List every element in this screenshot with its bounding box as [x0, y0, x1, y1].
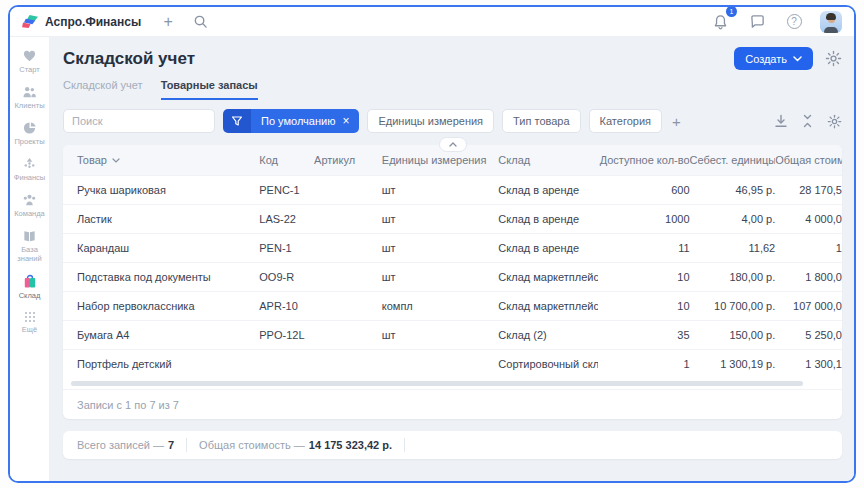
help-icon: ? [787, 14, 802, 29]
horizontal-scrollbar-thumb[interactable] [71, 381, 803, 386]
add-button[interactable]: + [157, 11, 179, 33]
filter-chip-close-icon[interactable]: × [342, 115, 349, 127]
default-filter-chip[interactable]: По умолчанию × [223, 109, 359, 133]
avatar-hair [826, 13, 836, 20]
cell-unit: шт [382, 213, 499, 225]
cell-total: 1 [775, 242, 842, 254]
search-button[interactable] [189, 11, 211, 33]
team-icon [22, 193, 37, 207]
cell-total: 1 800,0 [775, 271, 842, 283]
sidebar-item-start[interactable]: Старт [10, 49, 50, 74]
cell-qty: 11 [598, 242, 690, 254]
cell-unit-cost: 150,00 р. [690, 329, 776, 341]
collapse-table-button[interactable] [439, 137, 467, 152]
page-settings-button[interactable] [825, 50, 842, 67]
sidebar-item-label: База знаний [10, 245, 50, 263]
messages-button[interactable] [746, 11, 768, 33]
filter-units-button[interactable]: Единицы измерения [367, 109, 494, 133]
inventory-table: Товар Код Артикул Единицы измерения Скла… [63, 145, 842, 419]
heart-icon [22, 49, 37, 63]
tab-inventory[interactable]: Товарные запасы [161, 79, 258, 100]
column-header-unit-cost[interactable]: Себест. единицы [690, 154, 776, 166]
total-records-value: 7 [168, 439, 174, 451]
column-header-warehouse[interactable]: Склад [498, 154, 598, 166]
cell-product: Ластик [63, 213, 259, 225]
cell-warehouse: Склад маркетплейса [498, 271, 598, 283]
cell-product: Подставка под документы [63, 271, 259, 283]
cell-unit: шт [382, 329, 499, 341]
sidebar: Старт Клиенты Проекты [10, 37, 50, 481]
cell-code: PENC-1 [259, 184, 314, 196]
cell-total: 1 300,1 [775, 358, 842, 370]
cell-total: 4 000,0 [775, 213, 842, 225]
sidebar-item-label: Старт [19, 65, 39, 74]
records-info: Записи с 1 по 7 из 7 [63, 389, 842, 419]
column-header-units[interactable]: Единицы измерения [382, 154, 499, 166]
table-settings-button[interactable] [827, 114, 842, 129]
cell-qty: 1 [598, 358, 690, 370]
cell-unit: шт [382, 242, 499, 254]
total-cost-label: Общая стоимость — [199, 439, 305, 451]
sidebar-item-label: Финансы [14, 173, 46, 182]
sidebar-item-label: Склад [19, 291, 41, 300]
table-row[interactable]: Портфель детский Сортировочный скла 1 1 … [63, 349, 842, 378]
cell-unit: шт [382, 271, 499, 283]
table-row[interactable]: Ластик LAS-22 шт Склад в аренде 1000 4,0… [63, 204, 842, 233]
tab-warehouse-accounting[interactable]: Складской учет [63, 79, 143, 100]
table-row[interactable]: Ручка шариковая PENC-1 шт Склад в аренде… [63, 175, 842, 204]
column-header-code[interactable]: Код [259, 154, 314, 166]
cell-qty: 10 [598, 300, 690, 312]
cell-product: Карандаш [63, 242, 259, 254]
sidebar-item-warehouse[interactable]: Склад [10, 274, 50, 300]
sidebar-item-finance[interactable]: Финансы [10, 157, 50, 182]
collapse-rows-button[interactable] [801, 114, 814, 128]
create-button-label: Создать [745, 53, 787, 65]
cell-warehouse: Сортировочный скла [498, 358, 598, 370]
horizontal-scrollbar-track [63, 378, 842, 389]
table-row[interactable]: Карандаш PEN-1 шт Склад в аренде 11 11,6… [63, 233, 842, 262]
app-name: Аспро.Финансы [45, 15, 141, 29]
column-header-available-qty[interactable]: Доступное кол-во [598, 154, 690, 166]
search-input[interactable] [63, 109, 215, 133]
table-row[interactable]: Подставка под документы OO9-R шт Склад м… [63, 262, 842, 291]
filter-product-type-button[interactable]: Тип товара [502, 109, 581, 133]
sidebar-item-knowledge-base[interactable]: База знаний [10, 229, 50, 263]
column-header-product[interactable]: Товар [63, 154, 259, 166]
add-filter-button[interactable]: + [670, 113, 683, 130]
column-header-article[interactable]: Артикул [314, 154, 382, 166]
finance-icon [22, 157, 37, 171]
app-logo[interactable]: Аспро.Финансы [22, 14, 141, 29]
cell-product: Портфель детский [63, 358, 259, 370]
cell-product: Ручка шариковая [63, 184, 259, 196]
sort-chevron-icon [112, 158, 120, 163]
filter-category-button[interactable]: Категория [589, 109, 662, 133]
sidebar-item-label: Ещё [22, 325, 37, 334]
cell-qty: 1000 [598, 213, 690, 225]
cell-code: LAS-22 [259, 213, 314, 225]
topbar: Аспро.Финансы + 1 [10, 7, 854, 37]
create-button[interactable]: Создать [734, 47, 813, 70]
sidebar-item-team[interactable]: Команда [10, 193, 50, 218]
divider [186, 438, 187, 452]
sidebar-item-label: Команда [14, 209, 45, 218]
sidebar-item-label: Проекты [14, 137, 44, 146]
column-header-total-cost[interactable]: Общая стоимость [775, 154, 842, 166]
sidebar-item-projects[interactable]: Проекты [10, 121, 50, 146]
sidebar-item-more[interactable]: Ещё [10, 311, 50, 334]
knowledge-base-icon [22, 229, 37, 243]
export-button[interactable] [774, 114, 788, 128]
help-button[interactable]: ? [783, 11, 805, 33]
table-row[interactable]: Набор первоклассника APR-10 компл Склад … [63, 291, 842, 320]
notifications-button[interactable]: 1 [709, 11, 731, 33]
cell-total: 28 170,5 [775, 184, 842, 196]
sidebar-item-clients[interactable]: Клиенты [10, 85, 50, 110]
user-avatar[interactable] [820, 11, 842, 33]
cell-warehouse: Склад в аренде [498, 213, 598, 225]
cell-code: PEN-1 [259, 242, 314, 254]
cell-unit-cost: 180,00 р. [690, 271, 776, 283]
projects-icon [22, 121, 37, 135]
cell-total: 5 250,0 [775, 329, 842, 341]
cell-qty: 10 [598, 271, 690, 283]
table-row[interactable]: Бумага А4 PPO-12L шт Склад (2) 35 150,00… [63, 320, 842, 349]
sidebar-item-label: Клиенты [14, 101, 44, 110]
